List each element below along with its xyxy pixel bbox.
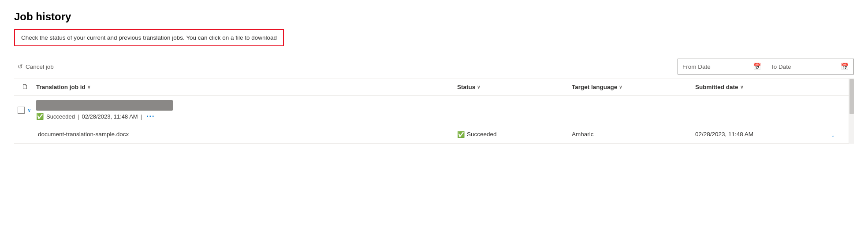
from-date-label: From Date — [682, 63, 749, 70]
header-target-language-label: Target language — [572, 84, 617, 90]
header-translation-job-id-label: Translation job id — [36, 84, 86, 90]
job-id-block: ✅ Succeeded | 02/28/2023, 11:48 AM | ··· — [36, 100, 457, 120]
toolbar: ↺ Cancel job From Date 📅 To Date 📅 — [14, 55, 854, 78]
job-row: ∨ ✅ Succeeded | 02/28/2023, 11:48 AM | ·… — [14, 96, 854, 125]
job-status-row: ✅ Succeeded | 02/28/2023, 11:48 AM | ··· — [36, 112, 457, 120]
file-status-cell: ✅ Succeeded — [457, 131, 572, 138]
cancel-icon: ↺ — [18, 63, 23, 70]
job-status-date: 02/28/2023, 11:48 AM — [82, 113, 138, 120]
job-id-redacted — [36, 100, 173, 111]
job-status-separator1: | — [78, 113, 79, 120]
table-header: 🗋 Translation job id ∨ Status ∨ Target l… — [14, 78, 854, 96]
job-more-button[interactable]: ··· — [145, 112, 156, 120]
sort-icon-status: ∨ — [477, 85, 480, 89]
sort-icon-translation-job-id: ∨ — [87, 85, 90, 89]
to-date-input[interactable]: To Date 📅 — [766, 59, 854, 74]
header-submitted-date[interactable]: Submitted date ∨ — [695, 84, 827, 90]
toolbar-right: From Date 📅 To Date 📅 — [678, 59, 854, 74]
cancel-job-button[interactable]: ↺ Cancel job — [14, 61, 57, 72]
from-date-calendar-icon: 📅 — [753, 63, 761, 71]
to-date-label: To Date — [771, 63, 837, 70]
header-submitted-date-label: Submitted date — [695, 84, 738, 90]
info-banner-text: Check the status of your current and pre… — [21, 34, 277, 41]
job-checkbox-expand-cell: ∨ — [14, 106, 36, 114]
toolbar-left: ↺ Cancel job — [14, 61, 57, 72]
job-row-main: ∨ ✅ Succeeded | 02/28/2023, 11:48 AM | ·… — [14, 96, 854, 125]
header-status-label: Status — [457, 84, 475, 90]
page-title: Job history — [14, 11, 854, 23]
file-name: document-translation-sample.docx — [36, 131, 457, 138]
file-status-icon: ✅ — [457, 131, 465, 138]
job-status-text: Succeeded — [46, 113, 75, 120]
from-date-input[interactable]: From Date 📅 — [678, 59, 766, 74]
job-expand-button[interactable]: ∨ — [26, 106, 32, 114]
file-download-button[interactable]: ↓ — [827, 130, 838, 139]
scrollbar-thumb — [849, 79, 854, 114]
file-row: document-translation-sample.docx ✅ Succe… — [14, 125, 854, 144]
file-target-language: Amharic — [572, 131, 695, 138]
sort-icon-submitted-date: ∨ — [740, 85, 743, 89]
to-date-calendar-icon: 📅 — [841, 63, 849, 71]
header-translation-job-id[interactable]: Translation job id ∨ — [36, 84, 457, 90]
table-container: 🗋 Translation job id ∨ Status ∨ Target l… — [14, 78, 854, 144]
job-checkbox[interactable] — [18, 107, 25, 114]
scrollbar-track[interactable] — [849, 78, 854, 144]
file-submitted-date: 02/28/2023, 11:48 AM — [695, 131, 827, 138]
job-status-success-icon: ✅ — [36, 113, 44, 120]
cancel-job-label: Cancel job — [26, 63, 54, 70]
file-status-text: Succeeded — [467, 131, 497, 138]
sort-icon-target-language: ∨ — [619, 85, 622, 89]
header-checkbox-cell: 🗋 — [14, 83, 36, 91]
document-header-icon: 🗋 — [22, 83, 29, 91]
job-status-separator2: | — [141, 113, 142, 120]
header-status[interactable]: Status ∨ — [457, 84, 572, 90]
header-target-language[interactable]: Target language ∨ — [572, 84, 695, 90]
page-container: Job history Check the status of your cur… — [0, 0, 868, 238]
info-banner: Check the status of your current and pre… — [14, 29, 284, 46]
